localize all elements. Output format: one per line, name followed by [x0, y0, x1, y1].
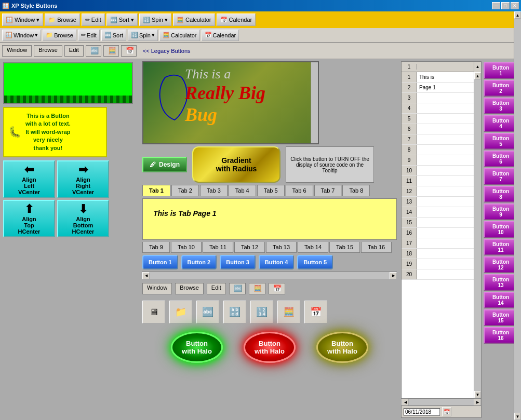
design-button[interactable]: 🖊 Design: [142, 157, 187, 172]
bot-edit-btn[interactable]: Edit: [207, 283, 226, 294]
purple-btn-14[interactable]: Button14: [484, 292, 518, 308]
legacy-window-btn[interactable]: Window: [2, 45, 32, 57]
list-vertical-scrollbar[interactable]: ▲ ▼: [474, 72, 481, 398]
purple-btn-10[interactable]: Button10: [484, 221, 518, 238]
minimize-button[interactable]: ─: [492, 2, 500, 9]
tab-11[interactable]: Tab 11: [203, 242, 233, 253]
bot-sort-icon-btn[interactable]: 🔤: [229, 283, 246, 294]
purple-btn-4[interactable]: Button4: [484, 115, 518, 132]
align-right-vcenter-button[interactable]: ➡ AlignRightVCenter: [57, 160, 109, 198]
toolbar-sort-btn[interactable]: 🔤 Sort ▾: [106, 13, 138, 26]
purple-btn-5[interactable]: Button5: [484, 133, 518, 150]
grad-btn-1[interactable]: Button 1: [142, 255, 178, 269]
horizontal-scrollbar[interactable]: ◀ ▶: [142, 272, 397, 279]
icon-btn-calc[interactable]: 🧮: [277, 301, 300, 323]
tab-8[interactable]: Tab 8: [342, 185, 370, 196]
align-top-hcenter-button[interactable]: ⬆ AlignTopHCenter: [3, 200, 55, 237]
bot-calc-icon-btn[interactable]: 🧮: [249, 283, 265, 294]
gradient-radius-button[interactable]: Gradientwith Radius: [192, 146, 280, 183]
list-scroll-left[interactable]: ◀: [402, 399, 409, 406]
tab-14[interactable]: Tab 14: [298, 242, 328, 253]
list-horiz-scroll[interactable]: ◀ ▶: [402, 398, 481, 405]
legacy-edit-btn[interactable]: Edit: [64, 45, 84, 57]
purple-btn-13[interactable]: Button13: [484, 274, 518, 291]
scroll-right-button[interactable]: ▶: [390, 272, 397, 279]
main-scroll-down[interactable]: ▼: [514, 413, 521, 420]
sec-browse-btn[interactable]: 📁 Browse: [43, 30, 76, 41]
tab-7[interactable]: Tab 7: [314, 185, 342, 196]
list-scroll-right[interactable]: ▶: [474, 399, 481, 406]
scroll-track[interactable]: [150, 272, 390, 279]
purple-btn-6[interactable]: Button6: [484, 151, 518, 167]
halo-button-olive[interactable]: Buttonwith Halo: [316, 332, 368, 363]
sec-spin-btn[interactable]: 🔢 Spin ▾: [128, 30, 158, 41]
toolbar-edit-btn[interactable]: ✏ Edit: [82, 13, 105, 26]
icon-btn-sort2[interactable]: 🔡: [223, 301, 246, 323]
icon-btn-num[interactable]: 🔢: [250, 301, 273, 323]
scroll-up-btn[interactable]: ▲: [474, 62, 481, 72]
icon-btn-window[interactable]: 🖥: [142, 301, 165, 323]
tooltip-info-button[interactable]: Click this button to TURN OFF the displa…: [286, 146, 374, 183]
purple-btn-9[interactable]: Button9: [484, 204, 518, 220]
align-bottom-hcenter-button[interactable]: ⬇ AlignBottomHCenter: [57, 200, 109, 237]
toolbar-calculator-btn[interactable]: 🧮 Calculator: [173, 13, 215, 26]
toolbar-spin-btn[interactable]: 🔢 Spin ▾: [139, 13, 171, 26]
tab-15[interactable]: Tab 15: [329, 242, 360, 253]
grad-btn-2[interactable]: Button 2: [181, 255, 217, 269]
toolbar-calendar-btn[interactable]: 📅 Calendar: [217, 13, 256, 26]
bot-cal-icon-btn[interactable]: 📅: [269, 283, 285, 294]
grad-btn-5[interactable]: Button 5: [297, 255, 333, 269]
sec-window-btn[interactable]: 🪟 Window ▾: [2, 30, 41, 41]
bot-browse-btn[interactable]: Browse: [175, 283, 204, 294]
list-scroll-up[interactable]: ▲: [474, 72, 481, 79]
tab-12[interactable]: Tab 12: [234, 242, 265, 253]
purple-btn-15[interactable]: Button15: [484, 309, 518, 326]
main-scroll-track[interactable]: [514, 59, 521, 413]
purple-btn-3[interactable]: Button3: [484, 98, 518, 114]
purple-btn-12[interactable]: Button12: [484, 256, 518, 273]
purple-btn-2[interactable]: Button2: [484, 80, 518, 97]
toolbar-window-btn[interactable]: 🪟 Window ▾: [2, 13, 43, 26]
align-left-vcenter-button[interactable]: ⬅ AlignLeftVCenter: [3, 160, 55, 198]
purple-btn-1[interactable]: Button1: [484, 62, 518, 79]
purple-btn-11[interactable]: Button11: [484, 239, 518, 255]
sec-cal-btn[interactable]: 📅 Calendar: [202, 30, 239, 41]
tab-2[interactable]: Tab 2: [171, 185, 199, 196]
legacy-cal-icon-btn[interactable]: 📅: [121, 45, 137, 57]
purple-btn-8[interactable]: Button8: [484, 186, 518, 202]
tab-16[interactable]: Tab 16: [361, 242, 392, 253]
icon-btn-cal[interactable]: 📅: [304, 301, 327, 323]
list-scroll-down[interactable]: ▼: [474, 391, 481, 398]
scroll-left-button[interactable]: ◀: [142, 272, 150, 279]
legacy-browse-btn[interactable]: Browse: [34, 45, 62, 57]
toolbar-browse-btn[interactable]: 📁 Browse: [45, 13, 80, 26]
yellow-word-wrap-button[interactable]: 🐛 This is a Buttonwith a lot of text.It …: [3, 107, 107, 157]
tab-4[interactable]: Tab 4: [229, 185, 256, 196]
tab-9[interactable]: Tab 9: [142, 242, 170, 253]
purple-btn-7[interactable]: Button7: [484, 168, 518, 185]
halo-button-red[interactable]: Buttonwith Halo: [244, 332, 296, 363]
legacy-calc-icon-btn[interactable]: 🧮: [103, 45, 119, 57]
sec-calc-btn[interactable]: 🧮 Calculator: [159, 30, 200, 41]
grad-btn-4[interactable]: Button 4: [259, 255, 295, 269]
tab-6[interactable]: Tab 6: [286, 185, 313, 196]
calendar-picker-btn[interactable]: 📅: [442, 407, 451, 416]
close-button[interactable]: ✕: [511, 2, 519, 9]
bot-window-btn[interactable]: Window: [142, 283, 172, 294]
bug-display-scrollbar[interactable]: [311, 62, 318, 143]
sec-edit-btn[interactable]: ✏ Edit: [78, 30, 100, 41]
tab-10[interactable]: Tab 10: [171, 242, 202, 253]
main-vertical-scrollbar[interactable]: ▲ ▼: [514, 59, 521, 420]
legacy-num-btn[interactable]: 🔤: [86, 45, 101, 57]
icon-btn-sort1[interactable]: 🔤: [196, 301, 219, 323]
purple-btn-16[interactable]: Button16: [484, 327, 518, 344]
grad-btn-3[interactable]: Button 3: [220, 255, 256, 269]
halo-button-green[interactable]: Buttonwith Halo: [171, 332, 223, 363]
tab-13[interactable]: Tab 13: [266, 242, 297, 253]
tab-1[interactable]: Tab 1: [142, 185, 170, 196]
tab-5[interactable]: Tab 5: [257, 185, 285, 196]
date-input[interactable]: [404, 408, 440, 416]
maximize-button[interactable]: □: [501, 2, 510, 9]
sec-sort-btn[interactable]: 🔤 Sort: [101, 30, 126, 41]
icon-btn-browse[interactable]: 📁: [169, 301, 192, 323]
